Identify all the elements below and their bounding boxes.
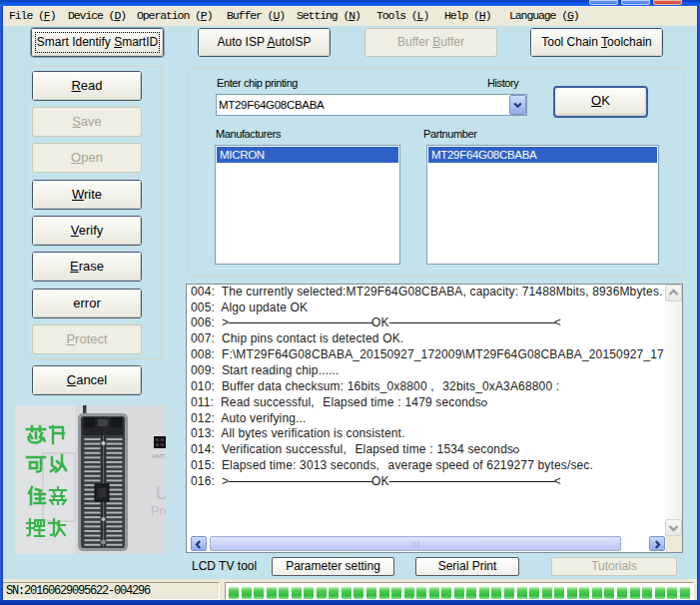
svg-text:HMT: HMT — [152, 453, 165, 459]
svg-text:Pro: Pro — [151, 503, 166, 518]
svg-text:U: U — [156, 483, 166, 503]
